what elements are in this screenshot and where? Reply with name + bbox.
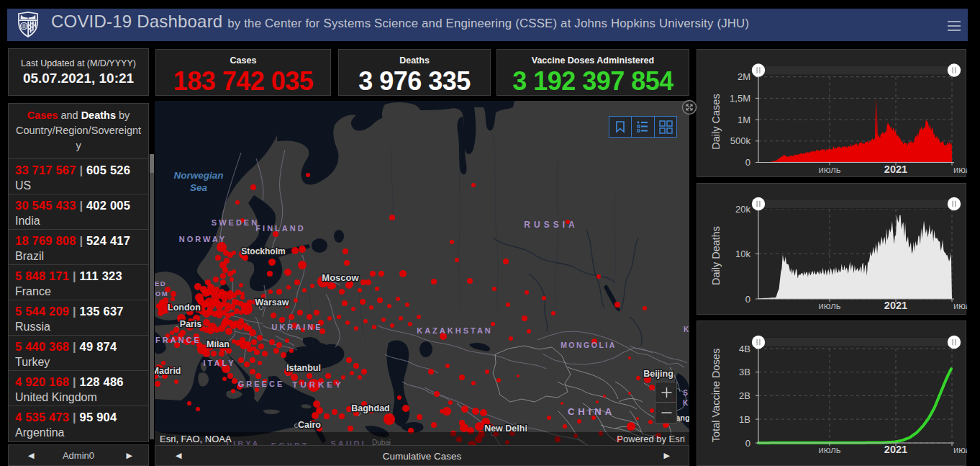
svg-text:Total Vaccine Doses: Total Vaccine Doses <box>710 349 722 442</box>
svg-text:500k: 500k <box>730 135 751 146</box>
svg-text:2021: 2021 <box>884 300 907 311</box>
svg-text:UKRAINE: UKRAINE <box>271 323 322 331</box>
svg-text:Daily Cases: Daily Cases <box>710 94 722 149</box>
svg-text:2021: 2021 <box>884 444 907 455</box>
svg-text:FRANCE: FRANCE <box>155 336 201 344</box>
svg-text:0: 0 <box>745 438 750 449</box>
svg-text:2021: 2021 <box>884 163 907 175</box>
svg-text:Beijing: Beijing <box>643 369 673 379</box>
svg-text:K: K <box>684 326 689 333</box>
svg-text:FINLAND: FINLAND <box>255 224 305 233</box>
svg-text:NORWAY: NORWAY <box>179 235 227 243</box>
svg-text:Baghdad: Baghdad <box>351 403 389 413</box>
svg-text:июл: июл <box>953 164 967 175</box>
svg-text:июл: июл <box>953 444 967 455</box>
svg-text:2M: 2M <box>738 71 750 82</box>
svg-text:MONGOLIA: MONGOLIA <box>561 341 617 349</box>
svg-text:1M: 1M <box>738 115 750 125</box>
svg-text:ang: ang <box>676 413 689 422</box>
svg-text:20k: 20k <box>735 204 750 215</box>
svg-text:Milan: Milan <box>207 339 230 349</box>
svg-text:OM: OM <box>155 290 168 297</box>
svg-text:Cairo: Cairo <box>298 420 321 430</box>
svg-text:SWEDEN: SWEDEN <box>212 218 259 227</box>
svg-text:1,5M: 1,5M <box>730 93 750 104</box>
svg-text:Moscow: Moscow <box>322 272 359 283</box>
svg-text:0: 0 <box>745 294 750 305</box>
svg-text:Stockholm: Stockholm <box>241 246 285 256</box>
svg-text:Norwegian: Norwegian <box>173 170 223 181</box>
svg-text:S: S <box>683 389 689 397</box>
svg-text:London: London <box>168 303 201 313</box>
svg-text:Warsaw: Warsaw <box>255 297 289 308</box>
svg-text:июль: июль <box>818 300 840 311</box>
svg-text:4B: 4B <box>739 344 750 354</box>
svg-text:1B: 1B <box>739 414 750 425</box>
svg-text:Sea: Sea <box>190 182 208 193</box>
svg-text:10k: 10k <box>735 248 750 259</box>
svg-text:2B: 2B <box>739 390 750 401</box>
svg-text:3B: 3B <box>739 367 750 377</box>
svg-text:K: K <box>683 399 689 407</box>
svg-text:ITALY: ITALY <box>204 359 236 367</box>
svg-text:июль: июль <box>818 164 840 175</box>
svg-text:Istanbul: Istanbul <box>286 363 321 373</box>
svg-text:июл: июл <box>953 300 967 311</box>
svg-text:Paris: Paris <box>180 319 202 329</box>
svg-text:GREECE: GREECE <box>238 380 284 388</box>
svg-text:CHINA: CHINA <box>568 406 615 417</box>
svg-text:июль: июль <box>818 444 840 455</box>
svg-text:Madrid: Madrid <box>155 366 181 376</box>
svg-text:ED: ED <box>155 279 166 287</box>
svg-text:KAZAKHSTAN: KAZAKHSTAN <box>417 326 493 335</box>
svg-text:TURKEY: TURKEY <box>292 380 343 389</box>
svg-text:Daily Deaths: Daily Deaths <box>710 226 722 285</box>
svg-text:0: 0 <box>745 157 750 168</box>
svg-text:RUSSIA: RUSSIA <box>524 220 578 230</box>
